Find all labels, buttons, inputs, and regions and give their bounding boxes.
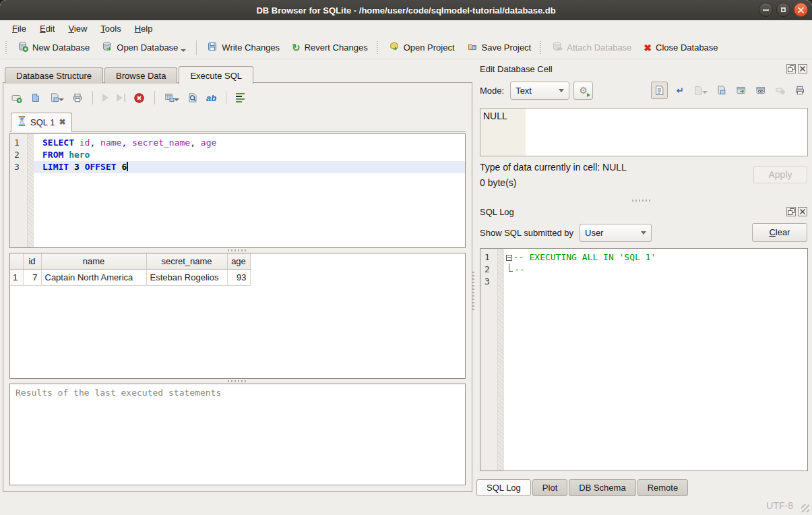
row-number[interactable]: 1: [10, 269, 23, 285]
open-database-dropdown-icon: [181, 49, 186, 52]
titlebar[interactable]: DB Browser for SQLite - /home/user/code/…: [0, 0, 812, 20]
grid-header-name[interactable]: name: [41, 253, 146, 269]
apply-button[interactable]: Apply: [753, 166, 807, 183]
execute-line-button[interactable]: [117, 94, 125, 102]
menu-view[interactable]: View: [61, 22, 94, 36]
save-project-button[interactable]: Save Project: [461, 38, 538, 57]
sql-log-dock-header: SQL Log: [476, 205, 808, 218]
splitter-cell-log[interactable]: [476, 197, 808, 205]
print-button[interactable]: [72, 92, 83, 103]
word-wrap-button[interactable]: ↵: [677, 86, 684, 96]
stop-button[interactable]: [133, 92, 145, 104]
sql-tab-sql1[interactable]: SQL 1 ✖: [11, 113, 72, 132]
save-as-button[interactable]: [716, 85, 727, 96]
results-grid: id name secret_name age 1 7 Captain Nort…: [9, 253, 466, 379]
tab-sql-log[interactable]: SQL Log: [476, 479, 531, 496]
open-sql-file-button[interactable]: [30, 92, 41, 103]
attach-database-button[interactable]: Attach Database: [546, 38, 637, 57]
print-cell-button[interactable]: [794, 85, 805, 96]
cell-value-editor[interactable]: NULL: [480, 108, 808, 156]
tab-plot[interactable]: Plot: [532, 479, 567, 496]
results-message-area[interactable]: Results of the last executed statements: [9, 384, 466, 485]
export-button[interactable]: [736, 85, 747, 96]
find-button[interactable]: [187, 92, 198, 103]
grid-corner[interactable]: [10, 253, 23, 269]
new-database-button[interactable]: New Database: [11, 38, 96, 57]
sql-log-title: SQL Log: [480, 207, 784, 217]
left-panel: Database Structure Browse Data Execute S…: [3, 65, 472, 492]
mode-select[interactable]: Text: [510, 82, 569, 100]
toolbar-grip[interactable]: [540, 41, 543, 55]
resize-grip[interactable]: [801, 504, 809, 512]
close-sql-tab-icon[interactable]: ✖: [59, 117, 65, 127]
clear-log-button[interactable]: Clear: [752, 223, 807, 242]
format-sql-icon: ab: [206, 93, 216, 103]
close-icon[interactable]: [794, 3, 808, 17]
grid-header-id[interactable]: id: [23, 253, 41, 269]
float-panel-icon[interactable]: [786, 64, 796, 73]
toggle-comment-icon: [236, 93, 245, 102]
copy-link-icon[interactable]: [755, 85, 766, 96]
tab-browse-data[interactable]: Browse Data: [104, 67, 177, 84]
tab-execute-sql[interactable]: Execute SQL: [179, 66, 253, 84]
tab-db-schema[interactable]: DB Schema: [569, 479, 635, 496]
hourglass-icon: [18, 116, 26, 128]
cell-editor-toolbar: ↵: [651, 82, 808, 99]
window-controls: [759, 3, 808, 17]
revert-changes-icon: ↻: [292, 43, 301, 52]
execute-all-button[interactable]: [102, 94, 108, 102]
fold-marker-icon[interactable]: [506, 255, 512, 261]
menu-tools[interactable]: Tools: [94, 22, 127, 36]
close-database-button[interactable]: ✖ Close Database: [637, 39, 724, 57]
minimize-icon[interactable]: [759, 3, 773, 17]
cell-age[interactable]: 93: [227, 269, 250, 285]
cell-name[interactable]: Captain North America: [41, 269, 146, 285]
toolbar-grip[interactable]: [5, 41, 9, 55]
revert-changes-button[interactable]: ↻ Revert Changes: [286, 39, 374, 56]
editor-text-area[interactable]: SELECT id, name, secret_name, age FROM h…: [34, 134, 465, 247]
new-sql-tab-button[interactable]: [11, 92, 22, 103]
open-project-button[interactable]: Open Project: [383, 38, 461, 57]
write-changes-button[interactable]: Write Changes: [201, 38, 286, 57]
splitter-results-message[interactable]: [9, 379, 466, 384]
menu-file[interactable]: File: [5, 22, 33, 36]
save-sql-file-button[interactable]: [49, 92, 64, 103]
attach-database-icon: [552, 41, 563, 54]
log-line: -- EXECUTING ALL IN 'SQL 1': [504, 251, 807, 264]
panel-splitter[interactable]: [472, 272, 474, 312]
cell-id[interactable]: 7: [23, 269, 41, 285]
save-results-button[interactable]: [164, 92, 179, 103]
auto-switch-mode-button[interactable]: ⚙: [573, 82, 593, 100]
grid-header-secret-name[interactable]: secret_name: [146, 253, 227, 269]
tab-remote[interactable]: Remote: [637, 479, 689, 496]
mode-label: Mode:: [480, 86, 504, 96]
sql-toolbar: ab: [9, 88, 466, 107]
set-null-button[interactable]: [775, 85, 786, 96]
sql-log-view[interactable]: 1 2 3 -- EXECUTING ALL IN 'SQL 1' --: [480, 248, 808, 471]
splitter-editor-results[interactable]: [9, 248, 466, 253]
edit-cell-dock-header: Edit Database Cell: [476, 62, 808, 75]
toggle-comment-button[interactable]: [236, 93, 245, 102]
open-database-button[interactable]: Open Database: [96, 38, 192, 57]
close-panel-icon[interactable]: [798, 207, 807, 216]
maximize-icon[interactable]: [776, 3, 790, 17]
menu-help[interactable]: Help: [128, 22, 160, 36]
main-toolbar: New Database Open Database Write Changes…: [0, 36, 812, 59]
cell-secret-name[interactable]: Esteban Rogelios: [146, 269, 227, 285]
code-line-current: LIMIT 3 OFFSET 6: [34, 161, 465, 173]
import-data-button[interactable]: [693, 85, 708, 96]
menu-edit[interactable]: Edit: [33, 22, 61, 36]
sql-tab-bar: SQL 1 ✖: [9, 113, 466, 132]
grid-header-age[interactable]: age: [227, 253, 250, 269]
text-mode-button[interactable]: [651, 82, 668, 99]
float-panel-icon[interactable]: [786, 207, 796, 216]
open-project-icon: [389, 41, 400, 54]
window-title: DB Browser for SQLite - /home/user/code/…: [0, 5, 812, 16]
log-filter-select[interactable]: User: [580, 224, 652, 242]
editor-marker-column: [28, 134, 34, 247]
statusbar: UTF-8: [0, 496, 812, 515]
tab-database-structure[interactable]: Database Structure: [5, 67, 103, 84]
toolbar-grip[interactable]: [377, 41, 380, 55]
format-sql-button[interactable]: ab: [206, 93, 216, 103]
close-panel-icon[interactable]: [798, 64, 807, 73]
